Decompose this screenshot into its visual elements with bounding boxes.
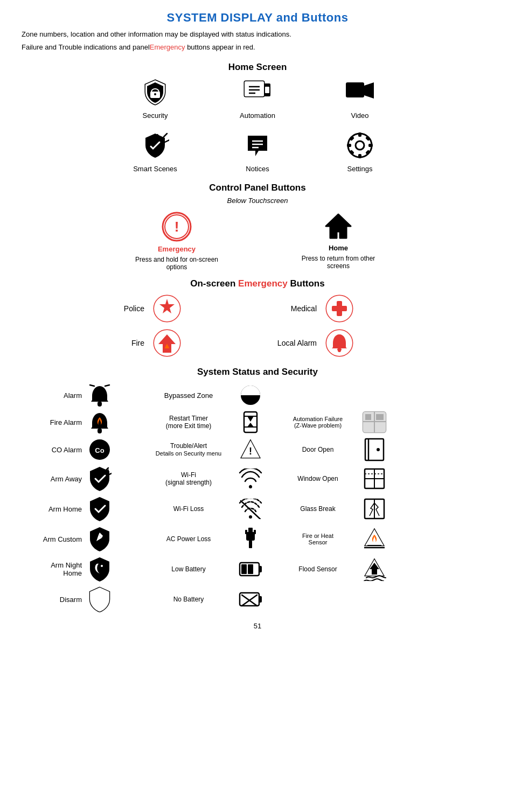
- arm-night-home-icon: [86, 556, 113, 582]
- medical-row: Medical: [268, 295, 419, 323]
- svg-rect-85: [259, 566, 262, 572]
- svg-text:!: !: [175, 219, 179, 235]
- svg-line-47: [90, 385, 94, 386]
- co-alarm-icon: Co: [86, 438, 113, 461]
- sys-row-disarm: Disarm No Battery: [22, 586, 493, 612]
- smart-scenes-icon: [139, 129, 171, 162]
- sys-row-arm-home: Arm Home Wi-Fi Loss Glass Break: [22, 496, 493, 522]
- svg-rect-37: [332, 306, 347, 311]
- no-battery-icon: [237, 590, 264, 609]
- security-cell: Security: [107, 76, 204, 120]
- cp-title: Control Panel Buttons: [22, 183, 493, 193]
- subtitle2: Failure and Trouble indications and pane…: [22, 42, 493, 53]
- svg-marker-11: [364, 82, 374, 99]
- restart-timer-label: Restart Timer(more Exit time): [140, 415, 237, 430]
- sys-row-arm-custom: Arm Custom AC Power Loss Fire or HeatSen…: [22, 526, 493, 552]
- svg-rect-10: [347, 83, 363, 96]
- wifi-loss-label: Wi-Fi Loss: [140, 505, 237, 513]
- settings-icon: [344, 129, 376, 162]
- notices-cell: Notices: [209, 129, 306, 173]
- flood-sensor-icon: [361, 557, 388, 581]
- flood-sensor-label: Flood Sensor: [275, 565, 361, 573]
- page-title: SYSTEM DISPLAY and Buttons: [22, 11, 493, 25]
- svg-rect-19: [358, 154, 361, 158]
- subtitle1: Zone numbers, location and other informa…: [22, 29, 493, 40]
- trouble-alert-label: Trouble/AlertDetails on Security menu: [140, 442, 237, 457]
- emergency-icon: !: [161, 211, 192, 242]
- sys-row-co: CO Alarm Co Trouble/AlertDetails on Secu…: [22, 438, 493, 461]
- svg-rect-3: [245, 81, 264, 96]
- wifi-icon: [237, 468, 264, 489]
- svg-point-51: [98, 429, 102, 433]
- home-button-label: Home: [329, 244, 348, 252]
- alarm-label: Alarm: [22, 391, 86, 400]
- glass-break-label: Glass Break: [275, 505, 361, 513]
- sys-row-arm-night: Arm NightHome Low Battery Flood Sensor: [22, 556, 493, 582]
- fire-heat-sensor-label: Fire or HeatSensor: [275, 533, 361, 545]
- svg-point-83: [101, 565, 103, 567]
- emerg-grid: Police Medical Fire: [96, 295, 419, 357]
- local-alarm-label: Local Alarm: [268, 339, 317, 347]
- notices-label: Notices: [246, 165, 269, 173]
- svg-rect-87: [248, 564, 253, 574]
- arm-away-icon: [86, 466, 113, 492]
- automation-failure-label: Automation Failure(Z-Wave problem): [275, 416, 361, 429]
- window-open-label: Window Open: [275, 475, 361, 482]
- svg-rect-92: [259, 596, 262, 603]
- cp-subtitle: Below Touchscreen: [22, 197, 493, 205]
- arm-away-label: Arm Away: [22, 475, 86, 483]
- svg-point-64: [377, 448, 380, 451]
- svg-rect-21: [368, 144, 373, 147]
- smart-scenes-label: Smart Scenes: [133, 165, 177, 173]
- bypassed-zone-icon: [237, 384, 264, 406]
- svg-point-44: [338, 349, 341, 352]
- bypassed-zone-label: Bypassed Zone: [140, 391, 237, 400]
- home-button-cell: Home Press to return from other screens: [290, 211, 387, 271]
- fire-label: Fire: [96, 339, 144, 347]
- medical-label: Medical: [268, 304, 317, 313]
- settings-label: Settings: [347, 165, 373, 173]
- arm-custom-label: Arm Custom: [22, 535, 86, 543]
- door-open-label: Door Open: [275, 446, 361, 453]
- svg-rect-52: [244, 412, 257, 432]
- low-battery-label: Low Battery: [140, 565, 237, 573]
- alarm-icon: [86, 384, 113, 407]
- trouble-alert-icon: !: [237, 438, 264, 461]
- glass-break-icon: [361, 498, 388, 520]
- wifi-label: Wi-Fi(signal strength): [140, 471, 237, 486]
- automation-label: Automation: [240, 111, 275, 120]
- emergency-desc: Press and hold for on-screen options: [128, 256, 225, 271]
- window-open-icon: [361, 467, 388, 490]
- arm-custom-icon: [86, 526, 113, 552]
- svg-rect-8: [265, 87, 269, 93]
- svg-text:!: !: [249, 446, 252, 457]
- sys-status-title: System Status and Security: [22, 367, 493, 377]
- svg-rect-78: [254, 530, 256, 534]
- security-icon: [139, 76, 171, 108]
- video-cell: Video: [311, 76, 408, 120]
- svg-point-65: [249, 485, 252, 488]
- svg-point-70: [249, 515, 252, 519]
- svg-rect-86: [241, 564, 247, 574]
- settings-cell: Settings: [311, 129, 408, 173]
- sys-row-arm-away: Arm Away Wi-Fi(signal strength) Window O…: [22, 466, 493, 492]
- onscreen-emerg-title: On-screen Emergency Buttons: [22, 278, 493, 289]
- home-screen-grid: Security Automation Video: [107, 76, 408, 173]
- svg-rect-75: [246, 532, 255, 541]
- co-alarm-label: CO Alarm: [22, 446, 86, 454]
- police-icon: [153, 295, 181, 323]
- svg-rect-76: [249, 541, 252, 548]
- disarm-icon: [86, 586, 113, 612]
- emergency-label: Emergency: [158, 245, 196, 253]
- emergency-cell: ! Emergency Press and hold for on-screen…: [128, 211, 225, 271]
- svg-text:Co: Co: [95, 446, 104, 454]
- sys-row-alarm: Alarm Bypassed Zone: [22, 384, 493, 407]
- svg-point-46: [98, 402, 102, 407]
- svg-rect-77: [245, 530, 247, 534]
- ac-power-loss-label: AC Power Loss: [140, 535, 237, 543]
- arm-home-icon: [86, 496, 113, 522]
- disarm-label: Disarm: [22, 596, 86, 604]
- automation-icon: [241, 76, 274, 108]
- restart-timer-icon: [237, 411, 264, 433]
- page-number: 51: [22, 622, 493, 630]
